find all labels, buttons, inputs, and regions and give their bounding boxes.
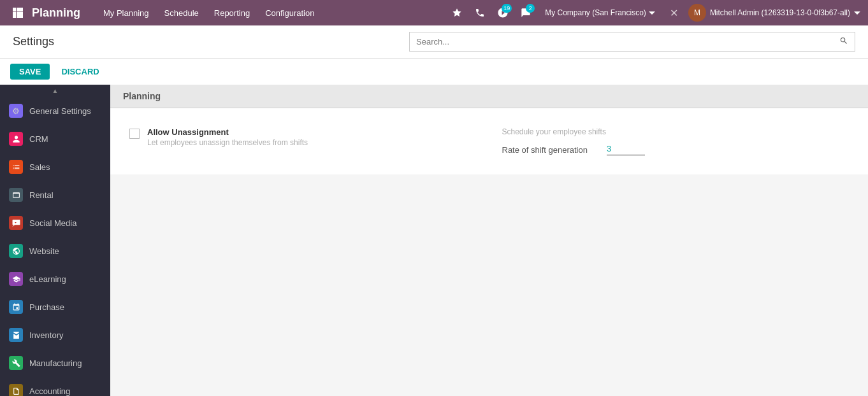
sidebar-item-general-settings[interactable]: ⚙ General Settings (0, 97, 110, 125)
chat-icon[interactable]: 2 (517, 4, 535, 22)
allow-unassignment-checkbox[interactable] (129, 129, 140, 139)
sidebar-item-label: Sales (29, 162, 50, 172)
svg-rect-5 (20, 11, 23, 15)
menu-configuration[interactable]: Configuration (257, 0, 322, 25)
app-title: Planning (32, 6, 80, 20)
sidebar-item-label: General Settings (29, 106, 91, 116)
menu-my-planning[interactable]: My Planning (96, 0, 157, 25)
sidebar-item-accounting[interactable]: Accounting (0, 377, 110, 396)
discard-button[interactable]: DISCARD (55, 64, 105, 80)
sidebar-item-label: Manufacturing (29, 358, 82, 368)
sidebar-item-label: Inventory (29, 330, 63, 340)
star-icon[interactable] (448, 4, 466, 22)
sidebar-item-inventory[interactable]: Inventory (0, 321, 110, 349)
svg-rect-3 (13, 11, 16, 15)
sidebar-item-label: CRM (29, 134, 48, 144)
setting-right-panel: Schedule your employee shifts Rate of sh… (489, 127, 850, 155)
svg-rect-1 (17, 8, 20, 11)
close-company-icon[interactable]: ✕ (665, 4, 683, 22)
svg-rect-0 (13, 8, 16, 11)
activity-icon[interactable]: 19 (494, 4, 512, 22)
user-name: Mitchell Admin (1263319-13-0-0f3b67-all) (710, 8, 850, 17)
sidebar-item-purchase[interactable]: Purchase (0, 293, 110, 321)
company-selector[interactable]: My Company (San Francisco) (540, 8, 660, 17)
website-icon (9, 244, 23, 258)
main-layout: ▲ ⚙ General Settings CRM Sales Rental (0, 85, 868, 396)
general-settings-icon: ⚙ (9, 104, 23, 118)
accounting-icon (9, 384, 23, 396)
search-bar (409, 32, 855, 52)
rate-of-shift-row: Rate of shift generation 3 (502, 144, 850, 155)
svg-rect-4 (17, 11, 20, 15)
settings-header: Settings (0, 25, 868, 59)
activity-badge: 19 (502, 4, 512, 13)
sidebar-item-label: Accounting (29, 386, 70, 396)
inventory-icon (9, 328, 23, 342)
save-button[interactable]: SAVE (10, 64, 50, 80)
sidebar-item-crm[interactable]: CRM (0, 125, 110, 153)
sales-icon (9, 160, 23, 174)
allow-unassignment-row: Allow Unassignment Let employees unassig… (129, 121, 849, 162)
social-media-icon (9, 216, 23, 230)
sidebar-item-label: eLearning (29, 274, 66, 284)
planning-section-body: Allow Unassignment Let employees unassig… (110, 108, 868, 174)
page-title: Settings (13, 35, 54, 48)
search-icon[interactable] (833, 32, 855, 51)
menu-schedule[interactable]: Schedule (157, 0, 206, 25)
toolbar: SAVE DISCARD (0, 59, 868, 85)
svg-rect-2 (20, 8, 23, 11)
allow-unassignment-desc: Let employees unassign themselves from s… (147, 138, 308, 147)
manufacturing-icon (9, 356, 23, 370)
user-avatar: M (688, 4, 706, 22)
menu-reporting[interactable]: Reporting (206, 0, 257, 25)
phone-icon[interactable] (471, 4, 489, 22)
sidebar-item-label: Website (29, 246, 59, 256)
rental-icon (9, 188, 23, 202)
crm-icon (9, 132, 23, 146)
schedule-label: Schedule your employee shifts (502, 127, 850, 136)
nav-right-area: 19 2 My Company (San Francisco) ✕ M Mitc… (448, 4, 860, 22)
top-navigation: Planning My Planning Schedule Reporting … (0, 0, 868, 25)
sidebar-scroll-up[interactable]: ▲ (0, 85, 110, 97)
svg-rect-7 (17, 15, 20, 18)
sidebar-item-sales[interactable]: Sales (0, 153, 110, 181)
main-menu: My Planning Schedule Reporting Configura… (96, 0, 448, 25)
content-area: Planning Allow Unassignment Let employee… (110, 85, 868, 396)
allow-unassignment-checkbox-area: Allow Unassignment Let employees unassig… (129, 127, 477, 147)
sidebar-item-label: Purchase (29, 302, 64, 312)
sidebar-item-rental[interactable]: Rental (0, 181, 110, 209)
planning-section-header: Planning (110, 85, 868, 108)
svg-rect-6 (13, 15, 16, 18)
chat-badge: 2 (526, 4, 535, 13)
apps-grid-icon[interactable] (8, 3, 28, 23)
sidebar-item-website[interactable]: Website (0, 237, 110, 265)
rate-of-shift-value[interactable]: 3 (607, 144, 645, 155)
allow-unassignment-label: Allow Unassignment (147, 127, 308, 137)
company-name: My Company (San Francisco) (545, 8, 646, 17)
sidebar-item-label: Rental (29, 190, 54, 200)
sidebar: ▲ ⚙ General Settings CRM Sales Rental (0, 85, 110, 396)
sidebar-item-social-media[interactable]: Social Media (0, 209, 110, 237)
svg-rect-8 (20, 15, 23, 18)
elearning-icon (9, 272, 23, 286)
rate-of-shift-label: Rate of shift generation (502, 145, 588, 155)
search-input[interactable] (410, 33, 833, 50)
sidebar-item-label: Social Media (29, 218, 76, 228)
allow-unassignment-text: Allow Unassignment Let employees unassig… (147, 127, 308, 147)
sidebar-item-elearning[interactable]: eLearning (0, 265, 110, 293)
purchase-icon (9, 300, 23, 314)
user-menu[interactable]: M Mitchell Admin (1263319-13-0-0f3b67-al… (688, 4, 860, 22)
sidebar-item-manufacturing[interactable]: Manufacturing (0, 349, 110, 377)
